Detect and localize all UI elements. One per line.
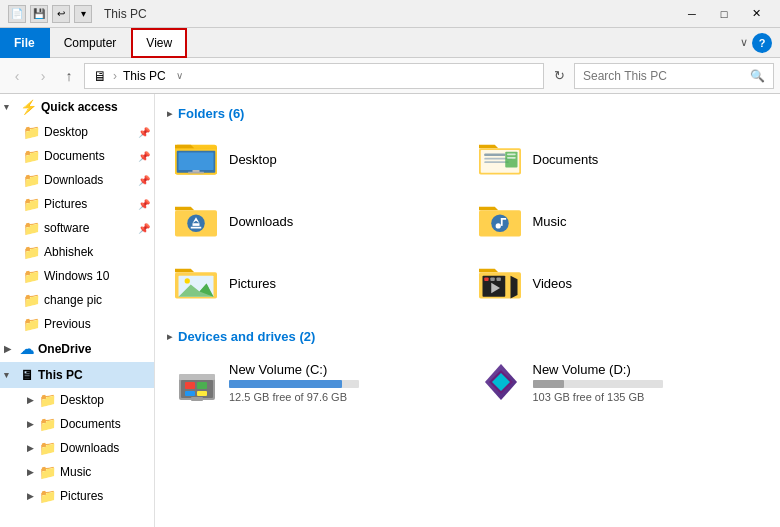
sidebar-item-previous[interactable]: 📁 Previous: [18, 312, 154, 336]
back-button[interactable]: ‹: [6, 65, 28, 87]
svg-rect-39: [484, 277, 488, 281]
ribbon: File Computer View ∨ ?: [0, 28, 780, 58]
svg-marker-17: [175, 207, 194, 211]
music-folder-svg: [479, 199, 521, 237]
drive-d-bar: [533, 380, 564, 388]
drives-title: Devices and drives (2): [178, 329, 315, 344]
save-icon[interactable]: 💾: [30, 5, 48, 23]
sidebar-item-documents[interactable]: 📁 Documents 📌: [18, 144, 154, 168]
up-button[interactable]: ↑: [58, 65, 80, 87]
folder-pictures[interactable]: Pictures: [167, 255, 465, 311]
svg-rect-11: [484, 153, 505, 156]
help-button[interactable]: ?: [752, 33, 772, 53]
sidebar-item-changepic[interactable]: 📁 change pic: [18, 288, 154, 312]
svg-point-25: [491, 215, 509, 233]
forward-button[interactable]: ›: [32, 65, 54, 87]
sidebar-item-documents-pc[interactable]: ▶ 📁 Documents: [18, 412, 154, 436]
svg-rect-40: [490, 277, 494, 281]
drives-section-header[interactable]: ▸ Devices and drives (2): [167, 329, 768, 344]
folder-downloads[interactable]: Downloads: [167, 193, 465, 249]
sidebar-item-downloads-pc[interactable]: ▶ 📁 Downloads: [18, 436, 154, 460]
sidebar-item-software[interactable]: 📁 software 📌: [18, 216, 154, 240]
sidebar-group-onedrive[interactable]: ▶ ☁ OneDrive: [0, 336, 154, 362]
svg-rect-6: [188, 172, 204, 174]
address-dropdown-icon[interactable]: ∨: [176, 70, 183, 81]
search-input[interactable]: [583, 69, 750, 83]
folder-videos[interactable]: Videos: [471, 255, 769, 311]
sidebar-group-this-pc[interactable]: ▾ 🖥 This PC: [0, 362, 154, 388]
sidebar-item-pictures[interactable]: 📁 Pictures 📌: [18, 192, 154, 216]
breadcrumb-icon: 🖥: [93, 68, 107, 84]
address-box[interactable]: 🖥 › This PC ∨: [84, 63, 544, 89]
desktop-folder-svg: [175, 137, 217, 175]
svg-rect-46: [191, 397, 203, 401]
titlebar-controls: ─ □ ✕: [676, 0, 772, 28]
documents-folder-icon: 📁: [22, 147, 40, 165]
windows10-folder-icon: 📁: [22, 267, 40, 285]
ribbon-chevron-icon[interactable]: ∨: [740, 36, 748, 49]
folders-section-header[interactable]: ▸ Folders (6): [167, 106, 768, 121]
pin-icon: 📌: [138, 127, 150, 138]
tab-view[interactable]: View: [131, 28, 187, 58]
sidebar-item-abhishek[interactable]: 📁 Abhishek: [18, 240, 154, 264]
sidebar-item-downloads[interactable]: 📁 Downloads 📌: [18, 168, 154, 192]
sidebar-item-music-pc[interactable]: ▶ 📁 Music: [18, 460, 154, 484]
drives-grid: New Volume (C:) 12.5 GB free of 97.6 GB: [167, 354, 768, 410]
maximize-button[interactable]: □: [708, 0, 740, 28]
sidebar-group-quick-access[interactable]: ▾ ⚡ Quick access: [0, 94, 154, 120]
refresh-button[interactable]: ↻: [548, 65, 570, 87]
titlebar-title: This PC: [104, 7, 147, 21]
pictures-pc-icon: 📁: [38, 487, 56, 505]
music-pc-icon: 📁: [38, 463, 56, 481]
sidebar-item-desktop-pc[interactable]: ▶ 📁 Desktop: [18, 388, 154, 412]
changepic-folder-icon: 📁: [22, 291, 40, 309]
tab-computer[interactable]: Computer: [50, 28, 132, 58]
folder-documents[interactable]: Documents: [471, 131, 769, 187]
sidebar-item-windows10[interactable]: 📁 Windows 10: [18, 264, 154, 288]
folders-title: Folders (6): [178, 106, 244, 121]
svg-rect-47: [185, 382, 195, 389]
svg-rect-13: [484, 161, 509, 163]
svg-marker-8: [479, 145, 498, 149]
svg-rect-49: [185, 391, 195, 396]
drive-c-bar: [229, 380, 342, 388]
documents-folder-svg: [479, 137, 521, 175]
pin-icon: 📌: [138, 175, 150, 186]
svg-rect-4: [179, 153, 214, 171]
folders-chevron-icon: ▸: [167, 108, 172, 119]
pin-icon: 📌: [138, 151, 150, 162]
svg-rect-15: [507, 153, 516, 155]
quick-access-arrow: ▾: [4, 102, 20, 112]
svg-point-32: [185, 278, 190, 283]
drive-c[interactable]: New Volume (C:) 12.5 GB free of 97.6 GB: [167, 354, 465, 410]
drive-c-icon: [175, 360, 219, 404]
breadcrumb: 🖥 › This PC ∨: [93, 68, 183, 84]
addressbar: ‹ › ↑ 🖥 › This PC ∨ ↻ 🔍: [0, 58, 780, 94]
close-button[interactable]: ✕: [740, 0, 772, 28]
pin-icon: 📌: [138, 223, 150, 234]
sidebar-item-pictures-pc[interactable]: ▶ 📁 Pictures: [18, 484, 154, 508]
desktop-pc-icon: 📁: [38, 391, 56, 409]
pictures-folder-svg: [175, 261, 217, 299]
search-icon: 🔍: [750, 69, 765, 83]
svg-rect-41: [496, 277, 500, 281]
titlebar: 📄 💾 ↩ ▾ This PC ─ □ ✕: [0, 0, 780, 28]
sidebar-item-desktop[interactable]: 📁 Desktop 📌: [18, 120, 154, 144]
svg-rect-45: [179, 374, 215, 380]
tab-file[interactable]: File: [0, 28, 50, 58]
undo-icon[interactable]: ↩: [52, 5, 70, 23]
drive-d-icon: [479, 360, 523, 404]
documents-pc-icon: 📁: [38, 415, 56, 433]
titlebar-quick-icons: 📄 💾 ↩ ▾: [8, 5, 92, 23]
search-box[interactable]: 🔍: [574, 63, 774, 89]
folder-videos-label: Videos: [533, 276, 573, 291]
videos-folder-svg: [479, 261, 521, 299]
folder-desktop[interactable]: Desktop: [167, 131, 465, 187]
customize-icon[interactable]: ▾: [74, 5, 92, 23]
minimize-button[interactable]: ─: [676, 0, 708, 28]
breadcrumb-sep: ›: [113, 69, 117, 83]
titlebar-left: 📄 💾 ↩ ▾ This PC: [8, 5, 147, 23]
folder-music[interactable]: Music: [471, 193, 769, 249]
new-folder-icon[interactable]: 📄: [8, 5, 26, 23]
drive-d[interactable]: New Volume (D:) 103 GB free of 135 GB: [471, 354, 769, 410]
